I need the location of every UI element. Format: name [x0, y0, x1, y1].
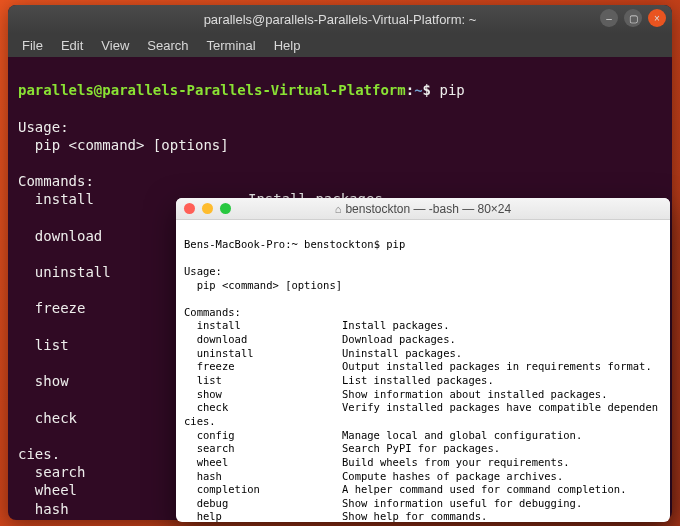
wrap-line: cies.	[184, 415, 216, 427]
minimize-button[interactable]	[202, 203, 213, 214]
menu-terminal[interactable]: Terminal	[199, 36, 264, 55]
cmd-desc: Install packages.	[342, 319, 449, 331]
cmd-desc: Compute hashes of package archives.	[342, 470, 563, 482]
commands-label: Commands:	[184, 306, 241, 318]
minimize-button[interactable]: –	[600, 9, 618, 27]
cmd-desc: Download packages.	[342, 333, 456, 345]
cmd-desc: List installed packages.	[342, 374, 494, 386]
cmd-desc: Build wheels from your requirements.	[342, 456, 570, 468]
ubuntu-command: pip	[439, 82, 464, 98]
mac-command: pip	[386, 238, 405, 250]
cmd-name: hash	[184, 470, 342, 484]
cmd-name: install	[184, 319, 342, 333]
cmd-name: config	[184, 429, 342, 443]
cmd-name: wheel	[184, 456, 342, 470]
menu-edit[interactable]: Edit	[53, 36, 91, 55]
close-button[interactable]: ×	[648, 9, 666, 27]
cmd-name: debug	[184, 497, 342, 511]
maximize-button[interactable]: ▢	[624, 9, 642, 27]
cmd-name: completion	[18, 519, 119, 520]
home-icon: ⌂	[335, 203, 342, 215]
cmd-desc: Show help for commands.	[342, 510, 487, 522]
cmd-name: search	[18, 464, 85, 480]
mac-terminal-output[interactable]: Bens-MacBook-Pro:~ benstockton$ pip Usag…	[176, 220, 670, 522]
cmd-name: wheel	[18, 482, 77, 498]
prompt-path: ~	[414, 82, 422, 98]
cmd-desc: Manage local and global configuration.	[342, 429, 582, 441]
cmd-name: help	[184, 510, 342, 522]
cmd-desc: Search PyPI for packages.	[342, 442, 500, 454]
mac-terminal-window: ⌂ benstockton — -bash — 80×24 Bens-MacBo…	[176, 198, 670, 522]
commands-label: Commands:	[18, 173, 94, 189]
cmd-name: completion	[184, 483, 342, 497]
cmd-desc: Verify installed packages have compatibl…	[342, 401, 658, 413]
cmd-name: freeze	[184, 360, 342, 374]
menu-help[interactable]: Help	[266, 36, 309, 55]
usage-label: Usage:	[184, 265, 222, 277]
menu-search[interactable]: Search	[139, 36, 196, 55]
cmd-name: search	[184, 442, 342, 456]
usage-line: pip <command> [options]	[18, 137, 229, 153]
prompt-user: parallels@parallels-Parallels-Virtual-Pl…	[18, 82, 406, 98]
mac-window-controls	[184, 203, 231, 214]
ubuntu-titlebar: parallels@parallels-Parallels-Virtual-Pl…	[8, 5, 672, 33]
cmd-desc: Show information about installed package…	[342, 388, 608, 400]
wrap-line: cies.	[18, 446, 60, 462]
cmd-name: check	[184, 401, 342, 415]
zoom-button[interactable]	[220, 203, 231, 214]
menu-view[interactable]: View	[93, 36, 137, 55]
ubuntu-window-controls: – ▢ ×	[600, 9, 666, 27]
close-button[interactable]	[184, 203, 195, 214]
mac-window-title: benstockton — -bash — 80×24	[345, 202, 511, 216]
cmd-desc: Uninstall packages.	[342, 347, 462, 359]
cmd-desc: Output installed packages in requirement…	[342, 360, 652, 372]
menu-file[interactable]: File	[14, 36, 51, 55]
mac-titlebar: ⌂ benstockton — -bash — 80×24	[176, 198, 670, 220]
prompt-tail: $	[423, 82, 440, 98]
cmd-name: uninstall	[184, 347, 342, 361]
mac-prompt: Bens-MacBook-Pro:~ benstockton$	[184, 238, 386, 250]
ubuntu-menubar: File Edit View Search Terminal Help	[8, 33, 672, 57]
usage-label: Usage:	[18, 119, 69, 135]
cmd-name: hash	[18, 501, 69, 517]
cmd-desc: Show information useful for debugging.	[342, 497, 582, 509]
cmd-name: list	[184, 374, 342, 388]
usage-line: pip <command> [options]	[184, 279, 342, 291]
cmd-name: show	[184, 388, 342, 402]
ubuntu-window-title: parallels@parallels-Parallels-Virtual-Pl…	[204, 12, 477, 27]
cmd-desc: A helper command used for command comple…	[342, 483, 626, 495]
cmd-name: download	[184, 333, 342, 347]
prompt-sep: :	[406, 82, 414, 98]
